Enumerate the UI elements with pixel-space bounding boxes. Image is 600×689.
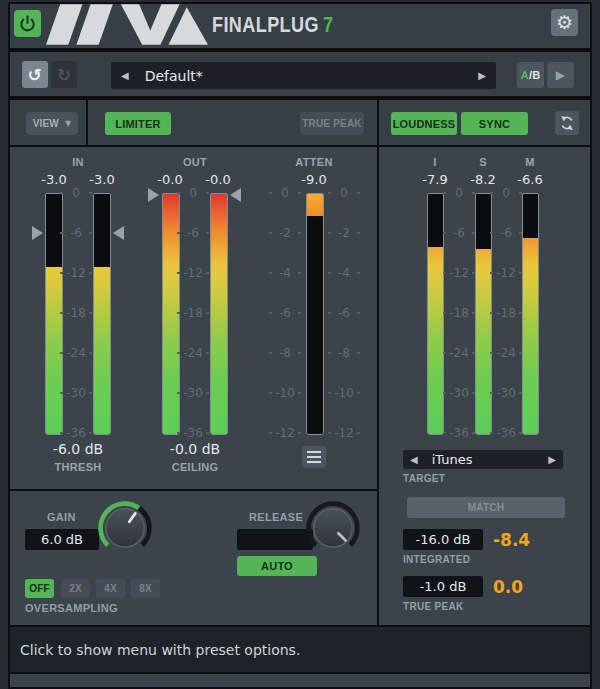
auto-label: AUTO: [261, 560, 293, 572]
target-value[interactable]: iTunes: [418, 452, 549, 467]
ab-b-label: /B: [529, 69, 540, 81]
integrated-loudness-meter: [427, 193, 444, 435]
out-meter-label: OUT: [155, 156, 235, 168]
integrated-readout: -8.4: [493, 530, 530, 550]
in-meter-right: [93, 193, 111, 435]
out-meter-scale: 0-6-12-18-24-30-36: [178, 187, 208, 439]
chevron-down-icon: ▼: [65, 119, 71, 128]
out-right-peak-value: -0.0: [188, 172, 248, 187]
atten-meter-label: ATTEN: [274, 156, 354, 168]
gain-field[interactable]: 6.0 dB: [25, 529, 99, 550]
oversampling-off-button[interactable]: OFF: [25, 579, 54, 598]
release-knob[interactable]: [303, 498, 363, 558]
redo-icon: ↻: [57, 65, 71, 85]
gain-knob[interactable]: [95, 498, 155, 558]
target-selector[interactable]: ◀ iTunes ▶: [403, 450, 563, 469]
target-prev-icon[interactable]: ◀: [410, 454, 418, 465]
in-right-peak-value: -3.0: [72, 172, 132, 187]
integrated-meter-label: I: [415, 156, 455, 168]
true-peak-label: TRUE PEAK: [302, 118, 362, 129]
in-meter-label: IN: [38, 156, 118, 168]
view-dropdown[interactable]: VIEW ▼: [26, 112, 78, 135]
ab-copy-button[interactable]: ▶: [547, 62, 574, 88]
power-icon: [18, 14, 37, 33]
ceiling-marker-left[interactable]: [148, 188, 159, 202]
loudness-scale-left: 0-6-12-18-24-30-36: [444, 187, 474, 439]
limiter-toggle[interactable]: LIMITER: [105, 112, 171, 135]
preset-name[interactable]: Default*: [129, 68, 479, 84]
release-label: RELEASE: [249, 511, 303, 523]
oversampling-label: OVERSAMPLING: [25, 602, 118, 614]
gain-label: GAIN: [47, 511, 76, 523]
undo-icon: ↺: [28, 65, 42, 85]
atten-meter: [306, 193, 324, 435]
oversampling-4x-button[interactable]: 4X: [96, 579, 125, 598]
sync-label: SYNC: [479, 118, 510, 130]
atten-scale-right: 0-2-4-6-8-10-12: [329, 187, 359, 439]
out-meter-right: [210, 193, 228, 435]
true-peak-label: TRUE PEAK: [403, 601, 463, 612]
brand-logo: [46, 4, 208, 45]
in-meter-scale: 0-6-12-18-24-30-36: [61, 187, 91, 439]
integrated-meter-value: -7.9: [410, 172, 460, 187]
match-label: MATCH: [468, 502, 504, 513]
short-term-meter-value: -8.2: [458, 172, 508, 187]
title-version: 7: [323, 12, 333, 37]
plugin-title: FINALPLUG7: [212, 12, 333, 38]
loudness-toggle[interactable]: LOUDNESS: [391, 112, 457, 135]
gear-icon: ⚙: [556, 13, 573, 32]
threshold-marker-right[interactable]: [113, 226, 124, 240]
loudness-scale-right: 0-6-12-18-24-30-36: [491, 187, 521, 439]
ab-compare-button[interactable]: A/B: [517, 62, 544, 88]
release-field[interactable]: [237, 529, 313, 550]
match-button[interactable]: MATCH: [407, 497, 565, 518]
sync-refresh-icon: [558, 114, 576, 132]
plugin-window: FINALPLUG7 ⚙ ↺ ↻ ◀ Default* ▶ A/B ▶ VIEW…: [0, 0, 600, 689]
target-label: TARGET: [403, 473, 445, 484]
preset-selector[interactable]: ◀ Default* ▶: [111, 62, 496, 89]
ceiling-label: CEILING: [145, 461, 245, 473]
true-peak-target-field[interactable]: -1.0 dB: [403, 576, 483, 597]
undo-button[interactable]: ↺: [22, 61, 48, 88]
threshold-value[interactable]: -6.0 dB: [28, 441, 128, 457]
short-term-loudness-meter: [475, 193, 492, 435]
momentary-meter-label: M: [510, 156, 550, 168]
true-peak-toggle[interactable]: TRUE PEAK: [300, 112, 364, 135]
atten-scale-left: 0-2-4-6-8-10-12: [270, 187, 300, 439]
momentary-loudness-meter: [522, 193, 539, 435]
momentary-meter-value: -6.6: [505, 172, 555, 187]
bottom-strip: [8, 672, 592, 689]
preset-prev-icon[interactable]: ◀: [121, 70, 129, 81]
view-label: VIEW: [33, 118, 59, 129]
oversampling-2x-button[interactable]: 2X: [61, 579, 90, 598]
meter-menu-button[interactable]: [302, 446, 326, 468]
loudness-reset-button[interactable]: [555, 111, 579, 135]
short-term-meter-label: S: [463, 156, 503, 168]
integrated-label: INTEGRATED: [403, 554, 470, 565]
limiter-label: LIMITER: [115, 118, 160, 130]
title-text: FINALPLUG: [212, 12, 319, 37]
preset-next-icon[interactable]: ▶: [478, 70, 486, 81]
redo-button[interactable]: ↻: [51, 61, 77, 88]
target-next-icon[interactable]: ▶: [548, 454, 556, 465]
threshold-label: THRESH: [28, 461, 128, 473]
oversampling-8x-button[interactable]: 8X: [131, 579, 160, 598]
settings-button[interactable]: ⚙: [551, 9, 578, 36]
atten-peak-value: -9.0: [284, 172, 344, 187]
true-peak-readout: 0.0: [493, 577, 523, 597]
sync-toggle[interactable]: SYNC: [461, 112, 528, 135]
power-button[interactable]: [14, 10, 41, 37]
threshold-marker-left[interactable]: [32, 226, 43, 240]
play-icon: ▶: [556, 68, 565, 82]
status-message: Click to show menu with preset options.: [20, 625, 300, 674]
loudness-label: LOUDNESS: [393, 118, 456, 130]
release-auto-button[interactable]: AUTO: [237, 556, 317, 576]
ab-a-label: A: [521, 69, 529, 81]
integrated-target-field[interactable]: -16.0 dB: [403, 529, 483, 550]
ceiling-value[interactable]: -0.0 dB: [145, 441, 245, 457]
ceiling-marker-right[interactable]: [230, 188, 241, 202]
